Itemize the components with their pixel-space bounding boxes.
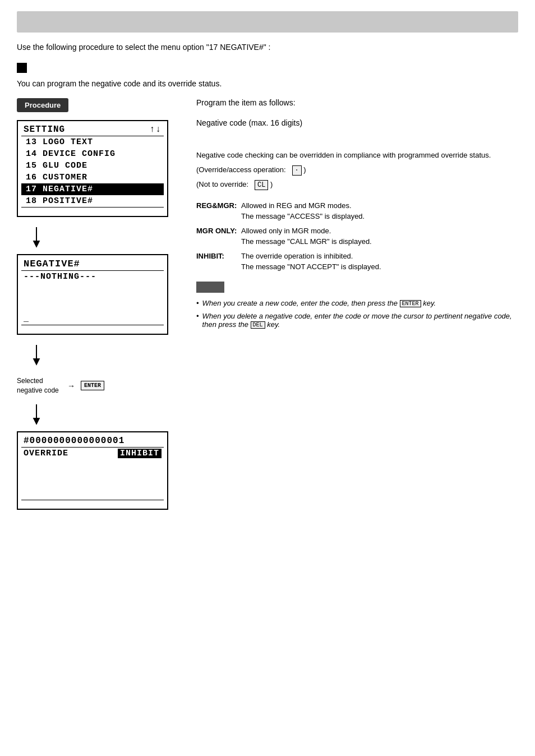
lcd3-empty4 — [21, 490, 164, 500]
lcd-screen-override: #0000000000000001 OVERRIDE INHIBIT — [17, 431, 168, 510]
main-content: Procedure SETTING ↑↓ 13 LOGO TEXT 14 DEV… — [17, 98, 518, 515]
page-container: Use the following procedure to select th… — [0, 0, 535, 756]
program-label: Program the item as follows: — [196, 98, 518, 107]
note-box: • When you create a new code, enter the … — [196, 282, 518, 329]
lcd-negative-footer — [21, 325, 164, 331]
arrow-down-2 — [17, 340, 179, 372]
procedure-button[interactable]: Procedure — [17, 98, 68, 112]
modes-table: REG&MGR: Allowed in REG and MGR modes. T… — [196, 200, 518, 273]
lcd-setting-title: SETTING — [24, 125, 65, 135]
not-override-label: (Not to override: — [196, 180, 248, 188]
lcd-row-17-selected: 17 NEGATIVE# — [21, 183, 164, 195]
note-item-2: • When you delete a negative code, enter… — [196, 312, 518, 329]
arrow-down-icon-2 — [28, 345, 45, 367]
enter-key-box: ENTER — [81, 381, 104, 390]
override-op-line: (Override/access operation: · ) — [196, 164, 518, 176]
lcd-negative-title: NEGATIVE# — [21, 257, 164, 271]
modes-val-regmgr: Allowed in REG and MGR modes. The messag… — [241, 200, 518, 222]
lcd-row-14: 14 DEVICE CONFIG — [21, 148, 164, 160]
lcd-override-row2: OVERRIDE INHIBIT — [21, 448, 164, 459]
svg-marker-1 — [33, 241, 40, 248]
lcd3-empty2 — [21, 469, 164, 480]
lcd-override-label: OVERRIDE — [24, 449, 68, 458]
arrow-down-icon-3 — [28, 404, 45, 427]
lcd3-footer — [21, 500, 164, 506]
lcd-row-13: 13 LOGO TEXT — [21, 136, 164, 148]
section-desc: You can program the negative code and it… — [17, 79, 518, 88]
field-negative-code: Negative code (max. 16 digits) — [196, 118, 518, 127]
lcd-negative-cursor: _ — [21, 313, 164, 325]
modes-key-inhibit: INHIBIT: — [196, 251, 241, 273]
modes-row-regmgr: REG&MGR: Allowed in REG and MGR modes. T… — [196, 200, 518, 222]
svg-marker-3 — [33, 358, 40, 366]
lcd-screen-negative: NEGATIVE# ---NOTHING--- _ — [17, 254, 168, 335]
not-override-key: CL — [255, 180, 268, 190]
svg-marker-5 — [33, 418, 40, 425]
section-bullet — [17, 63, 27, 73]
note-item-1: • When you create a new code, enter the … — [196, 299, 518, 307]
arrow-down-3 — [17, 400, 179, 431]
right-column: Program the item as follows: Negative co… — [196, 98, 518, 333]
lcd-row-18: 18 POSITIVE# — [21, 195, 164, 207]
lcd3-empty1 — [21, 459, 164, 469]
arrow-down-1 — [17, 223, 179, 254]
field-negative-code-label: Negative code (max. 16 digits) — [196, 118, 518, 127]
enter-key-inline: ENTER — [400, 300, 421, 307]
note-bullet-1: • — [196, 299, 199, 307]
left-column: Procedure SETTING ↑↓ 13 LOGO TEXT 14 DEV… — [17, 98, 179, 515]
note-header-bar — [196, 282, 224, 293]
lcd-setting-footer — [21, 207, 164, 214]
modes-val-mgronly: Allowed only in MGR mode. The message "C… — [241, 225, 518, 247]
del-key-inline: DEL — [251, 321, 265, 329]
lcd-screen-setting: SETTING ↑↓ 13 LOGO TEXT 14 DEVICE CONFIG… — [17, 120, 168, 217]
not-override-line: (Not to override: CL ) — [196, 179, 518, 190]
modes-key-mgronly: MGR ONLY: — [196, 225, 241, 247]
lcd-row-16: 16 CUSTOMER — [21, 172, 164, 183]
lcd-negative-row1: ---NOTHING--- — [21, 271, 164, 283]
modes-row-mgronly: MGR ONLY: Allowed only in MGR mode. The … — [196, 225, 518, 247]
arrow-down-icon-1 — [28, 227, 45, 250]
arrow-right-icon: → — [67, 381, 75, 390]
field-override: Negative code checking can be overridden… — [196, 150, 518, 190]
header-bar — [17, 11, 518, 33]
lcd-override-code: #0000000000000001 — [21, 435, 164, 448]
lcd3-empty3 — [21, 480, 164, 490]
modes-row-inhibit: INHIBIT: The override operation is inhib… — [196, 251, 518, 273]
note-text-2: When you delete a negative code, enter t… — [202, 312, 518, 329]
lcd-negative-empty1 — [21, 283, 164, 293]
lcd-negative-empty2 — [21, 293, 164, 303]
modes-val-inhibit: The override operation is inhibited. The… — [241, 251, 518, 273]
selected-code-label: Selected negative code — [17, 376, 62, 395]
intro-text: Use the following procedure to select th… — [17, 43, 518, 52]
lcd-setting-arrows: ↑↓ — [150, 125, 162, 135]
override-op-label: (Override/access operation: — [196, 165, 286, 174]
note-text-1: When you create a new code, enter the co… — [202, 299, 436, 307]
selected-code-area: Selected negative code → ENTER — [17, 372, 179, 400]
override-desc: Negative code checking can be overridden… — [196, 150, 518, 161]
lcd-row-15: 15 GLU CODE — [21, 160, 164, 172]
override-op-key: · — [292, 165, 302, 176]
lcd-negative-empty3 — [21, 303, 164, 313]
modes-key-regmgr: REG&MGR: — [196, 200, 241, 222]
lcd-setting-header: SETTING ↑↓ — [21, 123, 164, 136]
lcd-inhibit-label: INHIBIT — [118, 449, 162, 458]
note-bullet-2: • — [196, 312, 199, 320]
